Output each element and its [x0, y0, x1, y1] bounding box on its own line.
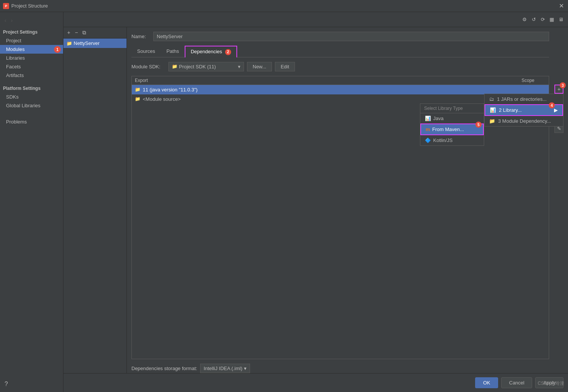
storage-row: Dependencies storage format: IntelliJ ID…	[131, 364, 549, 373]
storage-chevron-icon: ▾	[244, 366, 247, 371]
sidebar-item-project[interactable]: Project	[0, 36, 63, 45]
storage-value: IntelliJ IDEA (.iml)	[204, 366, 242, 371]
scope-col-header: Scope	[516, 78, 546, 83]
nav-arrows: ‹ ›	[0, 15, 63, 27]
jars-icon: 🗂	[489, 96, 494, 102]
content-area: + − ⧉ 📁 NettyServer Name:	[63, 27, 568, 373]
add-module-button[interactable]: +	[66, 29, 72, 37]
help-button[interactable]: ?	[5, 381, 8, 387]
sidebar-item-modules[interactable]: Modules 1	[0, 45, 63, 54]
module-dep-label: 3 Module Dependency...	[498, 118, 551, 124]
tab-paths[interactable]: Paths	[161, 46, 185, 57]
cancel-button[interactable]: Cancel	[501, 377, 532, 388]
title-bar-text: Project Structure	[11, 3, 48, 9]
deps-row-icon-0: 📁	[135, 87, 140, 92]
add-badge: 3	[560, 82, 566, 88]
java-lib-icon: 📊	[425, 116, 431, 121]
module-list-toolbar: + − ⧉	[63, 27, 127, 39]
sync-icon[interactable]: ⟳	[539, 15, 547, 24]
sub-item-java[interactable]: 📊 Java	[420, 113, 484, 123]
ok-button[interactable]: OK	[475, 377, 498, 388]
module-list: + − ⧉ 📁 NettyServer	[63, 27, 127, 373]
close-button[interactable]: ✕	[557, 2, 565, 10]
sdk-value: Project SDK (11)	[179, 64, 216, 69]
project-settings-header: Project Settings	[0, 27, 63, 36]
kotlin-icon: 🔷	[425, 137, 431, 143]
dependencies-badge: 2	[225, 49, 231, 55]
kotlin-label: Kotlin/JS	[433, 137, 452, 143]
deps-row-icon-1: 📁	[135, 96, 140, 102]
maven-icon: m	[426, 127, 430, 132]
sdk-row: Module SDK: 📁 Project SDK (11) ▾ New... …	[131, 62, 549, 71]
sidebar: ‹ › Project Settings Project Modules 1 L…	[0, 12, 63, 392]
sidebar-item-global-libraries[interactable]: Global Libraries	[0, 101, 63, 110]
tab-sources[interactable]: Sources	[131, 46, 161, 57]
sdk-dropdown[interactable]: 📁 Project SDK (11) ▾	[168, 62, 244, 71]
maven-badge: 5	[475, 122, 482, 128]
library-arrow: ▶	[554, 107, 558, 113]
deps-row-sdk[interactable]: 📁 11 (java version "11.0.3")	[132, 85, 549, 94]
tab-dependencies[interactable]: Dependencies 2	[185, 46, 237, 57]
platform-settings-header: Platform Settings	[0, 83, 63, 93]
sub-dropdown: Select Library Type 📊 Java m From Maven.…	[420, 103, 484, 146]
library-badge: 4	[549, 102, 555, 108]
storage-dropdown[interactable]: IntelliJ IDEA (.iml) ▾	[200, 364, 250, 373]
sdk-label: Module SDK:	[131, 64, 165, 69]
modules-badge: 1	[54, 46, 61, 53]
copy-module-button[interactable]: ⧉	[81, 29, 88, 37]
java-lib-label: Java	[433, 116, 443, 121]
module-folder-icon: 📁	[66, 41, 72, 46]
dropdown-item-module-dep[interactable]: 📁 3 Module Dependency...	[485, 116, 563, 126]
edit-sdk-button[interactable]: Edit	[275, 62, 295, 71]
main-layout: ‹ › Project Settings Project Modules 1 L…	[0, 12, 568, 392]
sub-dropdown-header: Select Library Type	[420, 104, 484, 113]
nav-forward[interactable]: ›	[9, 17, 14, 24]
csdn-watermark: CSDN@玲潼	[538, 380, 564, 387]
sidebar-item-artifacts[interactable]: Artifacts	[0, 71, 63, 80]
sub-item-maven[interactable]: m From Maven... 5	[420, 123, 484, 135]
grid-icon[interactable]: ▦	[548, 15, 556, 24]
library-icon: 📊	[490, 107, 496, 113]
deps-row-text-0: 11 (java version "11.0.3")	[143, 87, 546, 93]
top-toolbar: ⚙ ↺ ⟳ ▦ 🖥	[63, 12, 568, 27]
app-icon: P	[3, 3, 9, 9]
settings-icon[interactable]: ⚙	[520, 15, 529, 24]
library-label: 2 Library...	[499, 107, 522, 113]
nav-back[interactable]: ‹	[3, 17, 8, 24]
jars-label: 1 JARs or directories...	[497, 96, 547, 102]
sdk-chevron-icon: ▾	[238, 64, 241, 69]
sub-item-kotlin[interactable]: 🔷 Kotlin/JS	[420, 135, 484, 145]
name-row: Name:	[131, 32, 549, 41]
module-dep-icon: 📁	[489, 118, 495, 124]
bottom-bar: OK Cancel Apply	[63, 373, 568, 392]
module-name: NettyServer	[74, 40, 100, 46]
maven-label: From Maven...	[432, 127, 464, 132]
remove-module-button[interactable]: −	[73, 29, 79, 37]
right-panel: ⚙ ↺ ⟳ ▦ 🖥 + − ⧉ 📁 NettyServer	[63, 12, 568, 392]
module-list-item-nettyserver[interactable]: 📁 NettyServer	[63, 39, 127, 48]
export-col-header: Export	[135, 78, 516, 83]
sidebar-item-problems[interactable]: Problems	[0, 117, 63, 126]
main-dropdown: 🗂 1 JARs or directories... 📊 2 Library..…	[484, 94, 563, 127]
name-input[interactable]	[153, 32, 549, 41]
add-dep-wrapper: + 3	[554, 85, 563, 94]
dropdown-item-library[interactable]: 📊 2 Library... 4 ▶	[485, 104, 563, 116]
name-label: Name:	[131, 34, 150, 39]
sdk-folder-icon: 📁	[172, 64, 178, 69]
monitor-icon[interactable]: 🖥	[557, 15, 565, 24]
tabs-row: Sources Paths Dependencies 2	[131, 46, 549, 57]
sidebar-item-libraries[interactable]: Libraries	[0, 54, 63, 62]
sidebar-item-sdks[interactable]: SDKs	[0, 93, 63, 101]
storage-label: Dependencies storage format:	[131, 366, 197, 371]
new-sdk-button[interactable]: New...	[247, 62, 272, 71]
deps-table-header: Export Scope	[132, 76, 549, 85]
sidebar-item-facets[interactable]: Facets	[0, 62, 63, 71]
detail-wrapper: Name: Sources Paths Dependencies 2	[127, 27, 568, 373]
title-bar: P Project Structure ✕	[0, 0, 568, 12]
refresh-icon[interactable]: ↺	[529, 15, 538, 24]
